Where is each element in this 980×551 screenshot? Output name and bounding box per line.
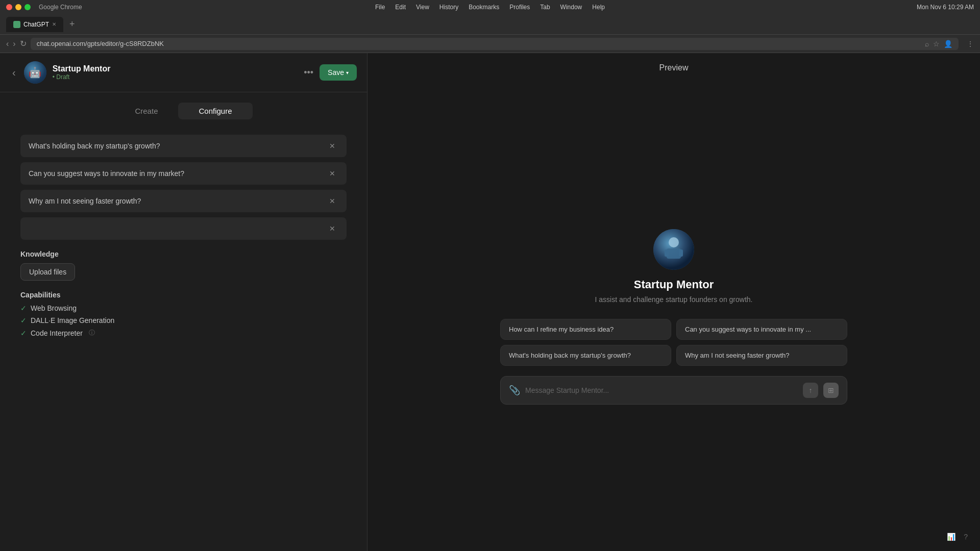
tab-configure[interactable]: Configure (178, 103, 252, 119)
titlebar: Google Chrome File Edit View History Boo… (0, 0, 980, 14)
preview-footer-icons: 📊 ? (945, 531, 970, 543)
preview-input[interactable]: Message Startup Mentor... (525, 386, 798, 394)
code-interpreter-label: Code Interpreter (31, 329, 83, 337)
preview-bot-name: Startup Mentor (634, 278, 714, 291)
editor-content: What's holding back my startup's growth?… (0, 124, 367, 551)
svg-rect-3 (665, 249, 669, 257)
save-arrow: ▾ (346, 70, 349, 76)
save-button[interactable]: Save ▾ (320, 64, 357, 81)
refresh-btn[interactable]: ↻ (20, 39, 27, 48)
chatgpt-favicon (13, 21, 20, 28)
menu-window[interactable]: Window (560, 4, 582, 11)
bookmark-icon[interactable]: ☆ (933, 40, 940, 48)
main-container: ‹ 🤖 Startup Mentor Draft ••• Save ▾ Crea… (0, 53, 980, 551)
forward-nav-btn[interactable]: › (13, 39, 15, 48)
address-bar-row: ‹ › ↻ chat.openai.com/gpts/editor/g-cS8R… (0, 35, 980, 53)
svg-rect-2 (667, 248, 681, 259)
close-window-btn[interactable] (6, 4, 12, 10)
starter-text-2: Can you suggest ways to innovate in my m… (29, 169, 326, 178)
starter-row-1: What's holding back my startup's growth?… (20, 135, 347, 157)
header-actions: ••• Save ▾ (304, 64, 357, 81)
profile-icon[interactable]: 👤 (944, 40, 952, 48)
capability-row-web: ✓ Web Browsing (20, 304, 347, 312)
remove-starter-2-button[interactable]: ✕ (326, 168, 338, 179)
starter-row-2: Can you suggest ways to innovate in my m… (20, 162, 347, 185)
draft-badge: Draft (53, 73, 111, 81)
tabs-container: ChatGPT ✕ + (6, 17, 78, 32)
new-tab-button[interactable]: + (66, 18, 78, 31)
menu-view[interactable]: View (416, 4, 429, 11)
editor-header: ‹ 🤖 Startup Mentor Draft ••• Save ▾ (0, 53, 367, 92)
preview-bot-description: I assist and challenge startup founders … (595, 295, 753, 304)
upload-files-button[interactable]: Upload files (20, 263, 75, 281)
header-info: Startup Mentor Draft (53, 64, 111, 81)
suggestion-card-2[interactable]: What's holding back my startup's growth? (500, 345, 671, 366)
system-time: Mon Nov 6 10:29 AM (917, 4, 974, 11)
chart-icon[interactable]: 📊 (945, 531, 958, 543)
starter-row-3: Why am I not seeing faster growth? ✕ (20, 190, 347, 212)
back-button[interactable]: ‹ (10, 65, 18, 81)
preview-panel: Preview (368, 53, 980, 551)
browser-tab-bar: ChatGPT ✕ + (0, 14, 980, 35)
search-icon[interactable]: ⌕ (925, 40, 929, 48)
tab-switcher: Create Configure (0, 92, 367, 124)
help-icon[interactable]: ? (962, 531, 970, 543)
preview-input-row: 📎 Message Startup Mentor... ↑ ⊞ (500, 376, 847, 405)
more-options-button[interactable]: ••• (304, 67, 313, 78)
extension-icons: ⋮ (967, 40, 974, 48)
menu-profiles[interactable]: Profiles (509, 4, 530, 11)
preview-send-button[interactable]: ↑ (803, 383, 818, 398)
close-tab-btn[interactable]: ✕ (52, 21, 56, 27)
starter-empty-row: ✕ (20, 217, 347, 240)
dalle-label: DALL·E Image Generation (31, 316, 114, 324)
tab-title: ChatGPT (23, 21, 49, 28)
app-name: Google Chrome (39, 4, 82, 11)
web-browsing-check-icon: ✓ (20, 304, 27, 312)
menu-history[interactable]: History (439, 4, 458, 11)
preview-content: Startup Mentor I assist and challenge st… (368, 83, 980, 551)
suggestion-grid: How can I refine my business idea? Can y… (500, 319, 847, 366)
editor-panel: ‹ 🤖 Startup Mentor Draft ••• Save ▾ Crea… (0, 53, 368, 551)
suggestion-card-1[interactable]: Can you suggest ways to innovate in my .… (676, 319, 847, 340)
avatar-image: 🤖 (24, 61, 46, 84)
svg-point-1 (669, 237, 679, 247)
knowledge-label: Knowledge (20, 250, 347, 258)
remove-starter-3-button[interactable]: ✕ (326, 196, 338, 206)
save-label: Save (328, 68, 344, 77)
remove-starter-1-button[interactable]: ✕ (326, 141, 338, 151)
preview-title: Preview (368, 53, 980, 83)
suggestion-card-3[interactable]: Why am I not seeing faster growth? (676, 345, 847, 366)
tab-create[interactable]: Create (114, 103, 178, 119)
starter-text-3: Why am I not seeing faster growth? (29, 197, 326, 205)
svg-rect-4 (679, 249, 683, 257)
address-bar-icons: ⌕ ☆ 👤 (925, 40, 952, 48)
menu-help[interactable]: Help (592, 4, 605, 11)
preview-action-button[interactable]: ⊞ (823, 383, 839, 398)
menu-bookmarks[interactable]: Bookmarks (469, 4, 499, 11)
code-interpreter-info-icon[interactable]: ⓘ (89, 329, 95, 337)
bot-avatar: 🤖 (24, 61, 46, 84)
menu-file[interactable]: File (375, 4, 385, 11)
dalle-check-icon: ✓ (20, 316, 27, 324)
active-tab[interactable]: ChatGPT ✕ (6, 17, 63, 32)
suggestion-card-0[interactable]: How can I refine my business idea? (500, 319, 671, 340)
capability-row-code: ✓ Code Interpreter ⓘ (20, 329, 347, 337)
address-bar[interactable]: chat.openai.com/gpts/editor/g-cS8RDZbNK … (31, 38, 959, 50)
menu-edit[interactable]: Edit (395, 4, 406, 11)
back-nav-btn[interactable]: ‹ (6, 39, 9, 48)
minimize-window-btn[interactable] (15, 4, 21, 10)
menu-bar: File Edit View History Bookmarks Profile… (375, 4, 605, 11)
url-text: chat.openai.com/gpts/editor/g-cS8RDZbNK (37, 40, 164, 47)
code-interpreter-check-icon: ✓ (20, 329, 27, 337)
web-browsing-label: Web Browsing (31, 304, 77, 312)
remove-starter-4-button[interactable]: ✕ (326, 223, 338, 234)
maximize-window-btn[interactable] (24, 4, 31, 10)
capabilities-label: Capabilities (20, 291, 347, 299)
capability-row-dalle: ✓ DALL·E Image Generation (20, 316, 347, 324)
bot-title: Startup Mentor (53, 64, 111, 73)
menu-tab[interactable]: Tab (540, 4, 550, 11)
starter-text-1: What's holding back my startup's growth? (29, 142, 326, 150)
attachment-icon[interactable]: 📎 (509, 385, 520, 396)
traffic-lights (6, 4, 31, 10)
preview-bot-avatar (653, 229, 694, 270)
